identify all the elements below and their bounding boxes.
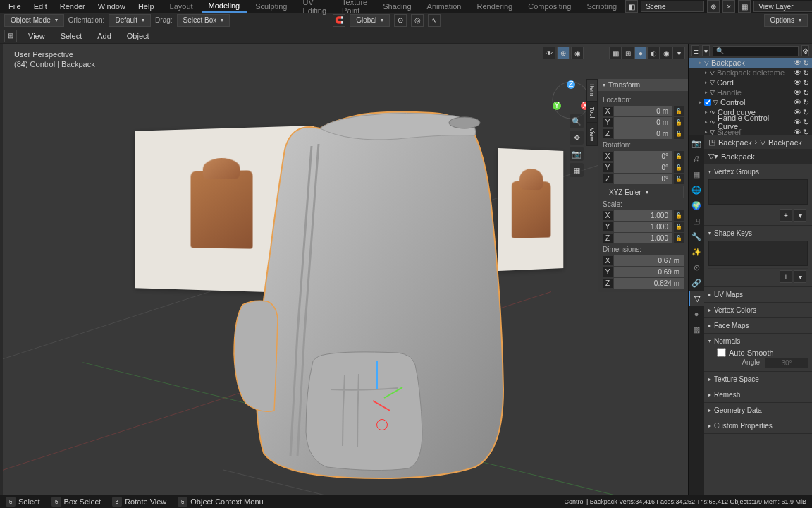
auto-smooth-checkbox[interactable] <box>717 348 726 357</box>
viewlayer-icon[interactable]: ▦ <box>738 0 751 13</box>
menu-window[interactable]: Window <box>92 1 131 12</box>
menu-edit[interactable]: Edit <box>28 1 53 12</box>
workspace-shading[interactable]: Shading <box>376 1 418 12</box>
outliner-item[interactable]: ▸∿Handle Control Curve👁↻ <box>689 117 812 127</box>
3d-viewport[interactable]: User Perspective (84) Control | Backpack… <box>3 44 688 495</box>
world-tab-icon[interactable]: 🌍 <box>689 198 704 213</box>
scene-new-icon[interactable]: ⊕ <box>707 0 720 13</box>
add-menu[interactable]: Add <box>93 30 116 42</box>
texture-space-header[interactable]: Texture Space <box>708 374 808 385</box>
lock-icon[interactable]: 🔓 <box>674 162 684 173</box>
outliner-search-input[interactable] <box>713 46 799 56</box>
particle-tab-icon[interactable]: ✨ <box>689 244 704 260</box>
rot-z-input[interactable]: 0° <box>614 174 672 184</box>
texture-tab-icon[interactable]: ▩ <box>689 322 704 337</box>
perspective-toggle-icon[interactable]: ▦ <box>570 163 584 177</box>
add-icon[interactable]: + <box>780 270 792 283</box>
overlay-toggle-icon[interactable]: ◉ <box>571 47 584 59</box>
vertex-colors-header[interactable]: Vertex Colors <box>708 305 808 315</box>
viewlayer-input[interactable] <box>753 1 812 12</box>
zoom-icon[interactable]: 🔍 <box>570 114 584 128</box>
mode-dropdown[interactable]: Object Mode <box>4 14 64 27</box>
outliner-type-icon[interactable]: ≣ <box>691 45 699 56</box>
workspace-uv[interactable]: UV Editing <box>295 0 333 16</box>
selectability-icon[interactable]: 👁 <box>543 47 555 59</box>
lock-icon[interactable]: 🔓 <box>674 222 684 232</box>
lock-icon[interactable]: 🔓 <box>674 233 684 243</box>
scl-x-input[interactable]: 1.000 <box>614 210 672 221</box>
breadcrumb-mesh[interactable]: Backpack <box>768 138 802 147</box>
lock-icon[interactable]: 🔓 <box>674 117 684 128</box>
remesh-header[interactable]: Remesh <box>708 389 808 400</box>
constraint-tab-icon[interactable]: 🔗 <box>689 275 704 291</box>
filter-options-icon[interactable]: ⚙ <box>801 45 809 56</box>
tab-tool[interactable]: Tool <box>586 102 598 123</box>
dim-z[interactable]: 0.824 m <box>614 278 684 289</box>
viewlayer-tab-icon[interactable]: ▦ <box>689 167 704 182</box>
backpack-mesh[interactable] <box>221 107 517 488</box>
material-tab-icon[interactable]: ● <box>689 306 704 322</box>
drag-dropdown[interactable]: Select Box <box>177 14 230 27</box>
workspace-animation[interactable]: Animation <box>420 1 469 12</box>
menu-help[interactable]: Help <box>133 1 160 12</box>
shape-keys-list[interactable] <box>708 241 808 266</box>
workspace-compositing[interactable]: Compositing <box>521 1 578 12</box>
special-icon[interactable]: ▾ <box>794 209 806 222</box>
uv-maps-header[interactable]: UV Maps <box>708 289 808 300</box>
render-tab-icon[interactable]: 📷 <box>689 135 704 151</box>
tab-item[interactable]: Item <box>586 79 598 102</box>
scene-tab-icon[interactable]: 🌐 <box>689 182 704 198</box>
workspace-sculpting[interactable]: Sculpting <box>248 1 294 12</box>
dim-x[interactable]: 0.67 m <box>614 255 684 266</box>
gizmo-toggle-icon[interactable]: ⊕ <box>557 47 570 59</box>
proportional-type-icon[interactable]: ∿ <box>428 14 441 27</box>
camera-icon[interactable]: 📷 <box>570 147 584 161</box>
normals-header[interactable]: Normals <box>708 336 808 346</box>
pan-icon[interactable]: ✥ <box>570 131 584 145</box>
view-menu[interactable]: View <box>24 30 49 42</box>
scl-z-input[interactable]: 1.000 <box>614 233 672 243</box>
outliner-item[interactable]: ▸▽Handle👁↻ <box>689 87 812 97</box>
tab-view[interactable]: View <box>586 123 598 146</box>
scene-icon[interactable]: ◧ <box>625 0 638 13</box>
custom-properties-header[interactable]: Custom Properties <box>708 421 808 431</box>
transform-panel-header[interactable]: Transform <box>598 79 688 91</box>
rot-y-input[interactable]: 0° <box>614 162 672 173</box>
mesh-data-tab-icon[interactable]: ▽ <box>689 291 704 306</box>
loc-x-input[interactable]: 0 m <box>614 106 672 116</box>
select-menu[interactable]: Select <box>56 30 87 42</box>
menu-render[interactable]: Render <box>54 1 91 12</box>
outliner-item[interactable]: ▸▽Backpack👁↻ <box>689 58 812 68</box>
output-tab-icon[interactable]: 🖨 <box>689 151 704 167</box>
lock-icon[interactable]: 🔓 <box>674 210 684 221</box>
scene-name-input[interactable] <box>641 1 704 12</box>
geometry-data-header[interactable]: Geometry Data <box>708 405 808 416</box>
editor-type-icon[interactable]: ⊞ <box>4 30 17 42</box>
add-icon[interactable]: + <box>780 209 792 222</box>
modifier-tab-icon[interactable]: 🔧 <box>689 229 704 244</box>
workspace-rendering[interactable]: Rendering <box>469 1 519 12</box>
wireframe-icon[interactable]: ⊞ <box>622 47 634 59</box>
scl-y-input[interactable]: 1.000 <box>614 222 672 232</box>
lock-icon[interactable]: 🔓 <box>674 174 684 184</box>
filter-icon[interactable]: ▾ <box>702 45 710 56</box>
shading-options-icon[interactable]: ▾ <box>672 47 685 59</box>
lock-icon[interactable]: 🔓 <box>674 151 684 162</box>
options-dropdown[interactable]: Options <box>764 14 808 27</box>
outliner-item[interactable]: ▸▽Backpack deleteme👁↻ <box>689 68 812 78</box>
breadcrumb-obj[interactable]: Backpack <box>718 138 752 147</box>
workspace-scripting[interactable]: Scripting <box>579 1 624 12</box>
outliner-item[interactable]: ▸▽Control👁↻ <box>689 97 812 107</box>
rendered-shading-icon[interactable]: ◉ <box>660 47 672 59</box>
shape-keys-header[interactable]: Shape Keys <box>708 228 808 238</box>
special-icon[interactable]: ▾ <box>794 270 806 283</box>
physics-tab-icon[interactable]: ⊙ <box>689 260 704 275</box>
proportional-icon[interactable]: ◎ <box>411 14 424 27</box>
object-tab-icon[interactable]: ◳ <box>689 213 704 229</box>
loc-z-input[interactable]: 0 m <box>614 128 672 139</box>
scene-pin-icon[interactable]: × <box>722 0 735 13</box>
snap-magnet-icon[interactable]: 🧲 <box>333 14 345 27</box>
lock-icon[interactable]: 🔓 <box>674 128 684 139</box>
solid-shading-icon[interactable]: ● <box>634 47 647 59</box>
workspace-layout[interactable]: Layout <box>163 1 200 12</box>
